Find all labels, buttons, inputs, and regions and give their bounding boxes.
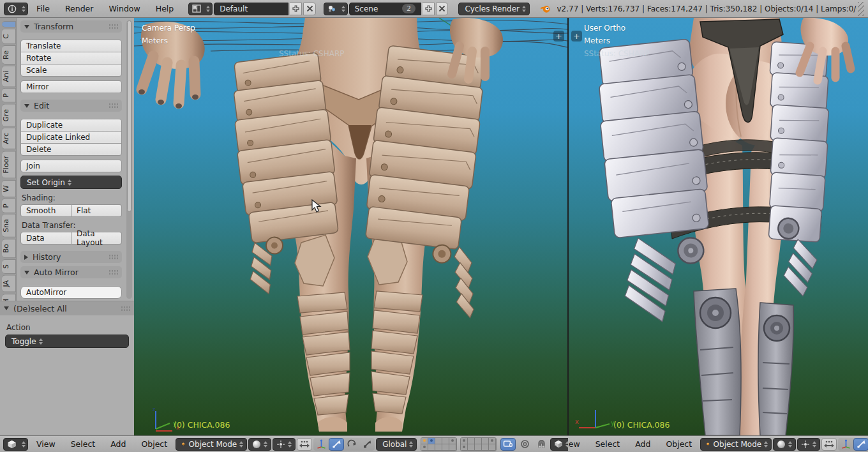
panel-drag-dots[interactable] [108, 103, 118, 109]
layer-cell[interactable] [489, 444, 496, 451]
manipulate-center-points-toggle[interactable] [821, 438, 837, 451]
layers-group-1[interactable] [421, 437, 457, 451]
layers-widget[interactable] [421, 437, 497, 451]
add-region-button[interactable]: + [553, 31, 564, 41]
layer-cell[interactable] [468, 438, 475, 444]
menu-view[interactable]: View [29, 436, 63, 452]
menu-object[interactable]: Object [134, 436, 174, 452]
menu-window[interactable]: Window [101, 1, 147, 17]
editor-type-selector-info[interactable] [4, 3, 28, 15]
snap-element-dropdown[interactable] [550, 438, 568, 451]
add-region-button[interactable]: + [571, 31, 582, 41]
snap-toggle[interactable] [534, 438, 549, 451]
duplicate-linked-button[interactable]: Duplicate Linked [20, 131, 122, 144]
tab-gre[interactable]: Gre [2, 104, 16, 127]
layer-cell[interactable] [461, 444, 468, 451]
panel-header-transform[interactable]: Transform [20, 20, 122, 33]
menu-add[interactable]: Add [103, 436, 133, 452]
translate-manipulator-button[interactable] [329, 438, 344, 451]
panel-drag-dots[interactable] [108, 24, 118, 29]
layer-cell[interactable] [435, 438, 442, 444]
scale-button[interactable]: Scale [20, 64, 122, 77]
duplicate-button[interactable]: Duplicate [20, 119, 122, 132]
tab-bo[interactable]: Bo [2, 239, 16, 258]
layer-cell[interactable] [428, 438, 435, 444]
tab-active[interactable] [2, 21, 16, 27]
panel-header-auto-mirror[interactable]: Auto Mirror [20, 266, 122, 278]
tab-w[interactable]: W [2, 180, 16, 197]
tool-shelf-scrollbar[interactable] [126, 20, 132, 299]
scene-name-field[interactable]: Scene 2 [349, 3, 421, 15]
delete-button[interactable]: Delete [20, 143, 122, 156]
layer-cell[interactable] [421, 444, 428, 451]
tab-ja[interactable]: JA [2, 275, 16, 292]
layer-cell[interactable] [475, 444, 482, 451]
model-front-view[interactable] [134, 18, 567, 435]
layer-cell[interactable] [461, 438, 468, 444]
menu-help[interactable]: Help [149, 1, 181, 17]
flat-button[interactable]: Flat [71, 204, 122, 217]
layer-cell[interactable] [468, 444, 475, 451]
translate-manipulator-button[interactable] [853, 438, 868, 451]
automirror-button[interactable]: AutoMirror [20, 286, 122, 299]
action-toggle-dropdown[interactable]: Toggle [5, 335, 129, 348]
set-origin-dropdown[interactable]: Set Origin [20, 176, 122, 189]
manipulate-center-points-toggle[interactable] [297, 438, 312, 451]
editor-type-selector-3dview[interactable] [3, 438, 28, 451]
layer-cell[interactable] [482, 444, 489, 451]
menu-add[interactable]: Add [628, 436, 657, 452]
layer-cell[interactable] [482, 438, 489, 444]
tab-p2[interactable]: P [2, 199, 16, 213]
proportional-editing-dropdown[interactable] [517, 438, 532, 451]
manipulator-toggle[interactable] [313, 438, 329, 451]
join-button[interactable]: Join [20, 160, 122, 172]
data-button[interactable]: Data [20, 232, 71, 245]
tab-sna[interactable]: Sna [2, 214, 16, 237]
add-scene-button[interactable] [423, 3, 435, 15]
scrollbar-thumb[interactable] [127, 20, 131, 212]
viewport-left[interactable]: Camera Persp Meters SStatus: CSHARP y x … [134, 18, 567, 435]
data-layout-button[interactable]: Data Layout [71, 232, 122, 245]
tab-c[interactable]: C [2, 29, 16, 44]
menu-select[interactable]: Select [64, 436, 103, 452]
menu-render[interactable]: Render [58, 1, 101, 17]
menu-object[interactable]: Object [659, 436, 699, 452]
menu-file[interactable]: File [29, 1, 57, 17]
mode-dropdown[interactable]: Object Mode [700, 438, 772, 451]
add-layout-button[interactable] [290, 3, 302, 15]
screen-layout-icon-button[interactable] [188, 3, 213, 15]
smooth-button[interactable]: Smooth [20, 204, 71, 217]
tab-s[interactable]: S [2, 259, 16, 274]
layer-cell[interactable] [489, 438, 496, 444]
layer-cell[interactable] [421, 438, 428, 444]
layer-cell[interactable] [442, 444, 449, 451]
render-engine-dropdown[interactable]: Cycles Render [458, 3, 530, 15]
viewport-right[interactable]: User Ortho Meters SStatus: CSHARP x y (0… [569, 18, 868, 435]
tab-re[interactable]: Re [2, 45, 16, 64]
tab-floor[interactable]: Floor [2, 151, 16, 178]
menu-view[interactable]: View [568, 436, 587, 452]
menu-select[interactable]: Select [588, 436, 627, 452]
scale-manipulator-button[interactable] [359, 438, 375, 451]
screen-layout-field[interactable]: Default [214, 3, 288, 15]
mode-dropdown[interactable]: Object Mode [176, 438, 247, 451]
layer-cell[interactable] [475, 438, 482, 444]
layer-cell[interactable] [449, 438, 456, 444]
lock-to-scene-toggle[interactable] [500, 438, 516, 451]
panel-drag-dots[interactable] [108, 254, 118, 260]
layer-cell[interactable] [428, 444, 435, 451]
panel-header-history[interactable]: History [20, 251, 122, 263]
viewport-divider[interactable] [567, 18, 569, 435]
pivot-point-dropdown[interactable] [273, 438, 296, 451]
model-back-view[interactable] [569, 18, 868, 435]
viewport-shading-dropdown[interactable] [248, 438, 271, 451]
close-layout-button[interactable] [303, 3, 315, 15]
tab-ani[interactable]: Ani [2, 66, 16, 87]
rotate-button[interactable]: Rotate [20, 52, 122, 64]
layer-cell[interactable] [449, 444, 456, 451]
layer-cell[interactable] [435, 444, 442, 451]
tab-p1[interactable]: P [2, 88, 16, 103]
manipulator-toggle[interactable] [838, 438, 853, 451]
tab-arc[interactable]: Arc [2, 128, 16, 149]
rotate-manipulator-button[interactable] [344, 438, 359, 451]
